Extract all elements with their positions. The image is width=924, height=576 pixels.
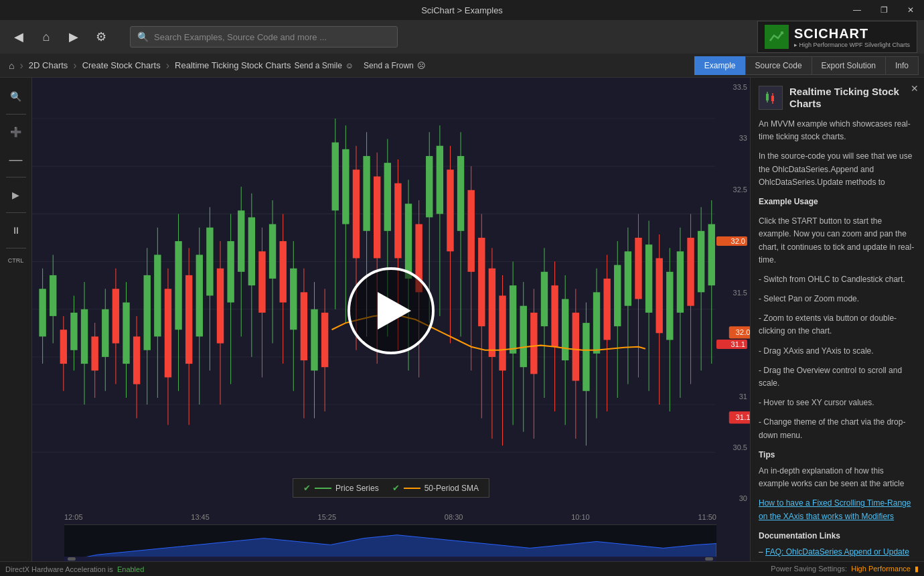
svg-rect-20 [81, 309, 88, 364]
home-button[interactable]: ⌂ [34, 25, 58, 49]
sidebar-divider-4 [6, 248, 26, 248]
svg-rect-126 [635, 238, 641, 299]
svg-rect-94 [467, 190, 474, 272]
panel-title-text: Realtime Ticking Stock Charts [789, 86, 903, 110]
svg-rect-14 [50, 275, 56, 316]
svg-rect-148 [68, 557, 76, 561]
forward-button[interactable]: ▶ [62, 25, 86, 49]
x-label-3: 08:30 [445, 513, 463, 521]
svg-rect-110 [551, 285, 558, 347]
panel-close-button[interactable]: ✕ [911, 83, 919, 94]
doc-link[interactable]: FAQ: OhlcDataSeries Append or Update lat… [759, 547, 909, 561]
svg-rect-28 [123, 303, 129, 364]
svg-rect-22 [91, 336, 98, 370]
breadcrumb-item-1[interactable]: Create Stock Charts [79, 60, 164, 70]
y-label-3: 32.0 [716, 236, 747, 246]
svg-rect-114 [572, 313, 579, 381]
sma-check-icon: ✔ [392, 483, 400, 493]
svg-rect-124 [625, 251, 631, 305]
smile-area: Send a Smile ☺ Send a Frown ☹ [294, 61, 425, 70]
back-button[interactable]: ◀ [7, 25, 31, 49]
svg-rect-98 [489, 269, 495, 357]
status-enabled: Enabled [117, 565, 144, 573]
bullet-0: - Switch from OHLC to Candlestick chart. [759, 273, 916, 286]
tips-link[interactable]: How to have a Fixed Scrolling Time-Range… [759, 498, 911, 520]
bullet-5: - Hover to see XY cursor values. [759, 397, 916, 409]
close-button[interactable]: ✕ [897, 0, 924, 20]
logo-name: SCICHART [794, 26, 910, 42]
play-overlay-button[interactable] [348, 267, 435, 354]
tips-title: Tips [759, 449, 916, 461]
svg-rect-18 [70, 313, 77, 350]
svg-rect-38 [175, 241, 181, 330]
y-axis: 33.5 33 32.5 32.0 31.5 31.1 31 30.5 30 [716, 78, 750, 508]
search-icon: 🔍 [137, 31, 149, 42]
tab-source-code[interactable]: Source Code [745, 56, 812, 75]
add-tool-button[interactable]: ➕ [4, 120, 28, 144]
svg-rect-92 [457, 156, 464, 231]
price-series-label: Price Series [335, 484, 379, 493]
svg-rect-72 [353, 169, 360, 258]
usage-text: Click the START button to start the exam… [759, 215, 916, 267]
minimize-button[interactable]: — [844, 0, 870, 20]
maximize-button[interactable]: ❐ [870, 0, 897, 20]
bullet-2: - Zoom to extents via button or double-c… [759, 312, 916, 338]
overview-chart [64, 524, 716, 561]
svg-rect-118 [593, 292, 600, 354]
zoom-tool-button[interactable]: 🔍 [4, 84, 28, 109]
svg-rect-56 [269, 224, 276, 279]
y-label-2: 32.5 [716, 186, 747, 194]
play-button[interactable]: ▶ [4, 183, 28, 207]
price-check-icon: ✔ [303, 483, 311, 493]
tab-info[interactable]: Info [885, 56, 919, 75]
title-text: SciChart > Examples [421, 5, 503, 15]
sma-label: 50-Period SMA [425, 484, 479, 493]
svg-rect-130 [656, 258, 662, 333]
svg-rect-42 [196, 255, 203, 336]
svg-rect-122 [614, 265, 621, 327]
logo-box: SCICHART ▸ High Performance WPF Silverli… [757, 21, 917, 53]
svg-rect-78 [384, 163, 391, 231]
send-frown-button[interactable]: Send a Frown ☹ [364, 61, 426, 70]
legend-sma: ✔ 50-Period SMA [392, 483, 479, 493]
svg-rect-68 [332, 143, 339, 211]
play-triangle-icon [378, 292, 411, 330]
svg-rect-76 [374, 176, 380, 258]
x-axis: 12:05 13:45 15:25 08:30 10:10 11:50 [64, 513, 716, 521]
breadcrumb-sep-1: › [71, 60, 78, 72]
tab-export-solution[interactable]: Export Solution [812, 56, 885, 75]
breadcrumb-home[interactable]: ⌂ [5, 60, 17, 71]
svg-rect-26 [112, 289, 119, 343]
left-sidebar: 🔍 ➕ — ▶ ⏸ CTRL [0, 78, 32, 561]
legend-price-series: ✔ Price Series [303, 483, 379, 493]
y-label-1: 33 [716, 134, 747, 142]
breadcrumb-item-0[interactable]: 2D Charts [25, 60, 72, 70]
tab-example[interactable]: Example [694, 56, 745, 75]
frown-icon: ☹ [417, 61, 426, 70]
x-label-4: 10:10 [571, 513, 590, 521]
price-line-icon [315, 488, 331, 489]
settings-button[interactable]: ⚙ [89, 25, 113, 49]
pause-button[interactable]: ⏸ [4, 218, 28, 242]
svg-rect-116 [583, 323, 589, 391]
status-text-1: DirectX Hardware Acceleration is [5, 565, 113, 573]
subtract-tool-button[interactable]: — [4, 147, 28, 171]
svg-rect-48 [227, 241, 234, 303]
bullet-1: - Select Pan or Zoom mode. [759, 293, 916, 305]
search-input[interactable] [154, 32, 390, 42]
main-content: 🔍 ➕ — ▶ ⏸ CTRL [0, 78, 924, 561]
svg-rect-134 [677, 251, 684, 313]
svg-rect-108 [541, 272, 548, 326]
panel-icon-area [759, 86, 783, 110]
x-label-1: 13:45 [191, 513, 210, 521]
y-label-4: 31.5 [716, 289, 747, 297]
svg-rect-140 [708, 224, 715, 286]
status-right: Power Saving Settings: High Performance … [771, 565, 919, 573]
send-smile-button[interactable]: Send a Smile ☺ [294, 61, 354, 70]
svg-rect-90 [447, 169, 453, 251]
ctrl-label: CTRL [8, 257, 24, 264]
smile-text: Send a Smile [294, 61, 341, 70]
breadcrumb-item-2[interactable]: Realtime Ticking Stock Charts [171, 60, 294, 70]
svg-rect-112 [562, 299, 568, 360]
status-perf-icon: ▮ [915, 565, 919, 573]
